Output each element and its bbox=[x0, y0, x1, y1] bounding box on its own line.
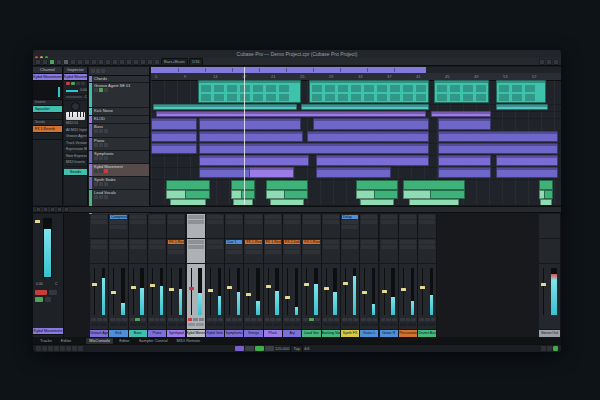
fader-handle[interactable] bbox=[111, 291, 116, 294]
fader-handle[interactable] bbox=[285, 296, 290, 299]
add-track-icon[interactable] bbox=[91, 69, 95, 73]
insert-slot-empty[interactable] bbox=[381, 215, 397, 219]
send-slot[interactable]: FX 2-Delay bbox=[284, 240, 300, 244]
tempo-display[interactable]: 120.000 bbox=[275, 346, 289, 351]
erase-icon[interactable] bbox=[91, 59, 97, 65]
hub-icon[interactable] bbox=[42, 59, 48, 65]
send-slot-empty[interactable] bbox=[130, 240, 146, 244]
m-button[interactable] bbox=[94, 143, 98, 147]
fader-handle[interactable] bbox=[362, 291, 367, 294]
track-buttons[interactable] bbox=[94, 156, 108, 160]
line-tool-icon[interactable] bbox=[133, 59, 139, 65]
undo-icon[interactable] bbox=[49, 59, 55, 65]
tab-editor[interactable]: Editor bbox=[116, 338, 132, 344]
insert-slot-empty[interactable] bbox=[400, 220, 416, 224]
insert-slot-empty[interactable] bbox=[188, 215, 204, 219]
e-button[interactable] bbox=[431, 318, 436, 322]
midi-event[interactable] bbox=[496, 167, 558, 178]
audio-event[interactable] bbox=[409, 199, 459, 205]
track-row[interactable]: Chords bbox=[89, 76, 149, 83]
send-slot-empty[interactable] bbox=[400, 240, 416, 244]
e-button[interactable] bbox=[411, 318, 416, 322]
mute-icon[interactable] bbox=[76, 82, 80, 85]
audio-event[interactable] bbox=[544, 190, 553, 199]
r-button[interactable] bbox=[104, 169, 108, 173]
window-titlebar[interactable]: Cubase Pro — Demo Project.cpr (Cubase Pr… bbox=[33, 50, 561, 58]
audio-event[interactable] bbox=[166, 180, 210, 190]
mixer-channel[interactable]: Backing Vox bbox=[322, 214, 341, 337]
mixer-channel[interactable]: Drums Bus bbox=[418, 214, 437, 337]
insert-slot-empty[interactable] bbox=[168, 215, 184, 219]
s-button[interactable] bbox=[97, 318, 102, 322]
insert-slot-empty[interactable] bbox=[130, 220, 146, 224]
s-button[interactable] bbox=[116, 318, 121, 322]
insert-slot-empty[interactable] bbox=[419, 220, 435, 224]
sends-rack[interactable]: FX 1-Reverb bbox=[302, 239, 320, 264]
mute-solo-buttons[interactable] bbox=[284, 318, 300, 322]
send-slot-empty[interactable] bbox=[91, 240, 107, 244]
track-row[interactable]: KLOD bbox=[89, 116, 149, 124]
send-slot-empty[interactable] bbox=[110, 240, 126, 244]
sends-rack[interactable] bbox=[206, 239, 224, 264]
e-button[interactable] bbox=[257, 318, 262, 322]
audio-event[interactable] bbox=[241, 190, 255, 199]
midi-event[interactable] bbox=[151, 118, 197, 130]
s-button[interactable] bbox=[328, 318, 333, 322]
arrange-area[interactable]: 59131721252933374145495357 bbox=[151, 67, 561, 205]
m-button[interactable] bbox=[110, 318, 115, 322]
fader-section[interactable] bbox=[264, 264, 282, 330]
midi-event[interactable] bbox=[198, 80, 301, 103]
s-button[interactable] bbox=[99, 182, 103, 186]
inserts-rack[interactable] bbox=[264, 214, 282, 239]
audio-event[interactable] bbox=[231, 180, 255, 190]
mute-solo-buttons[interactable] bbox=[91, 318, 107, 322]
snap-type-select[interactable]: Bars+Beats bbox=[161, 58, 188, 66]
midi-event[interactable] bbox=[249, 167, 294, 178]
sends-rack[interactable]: FX 1-Reverb bbox=[167, 239, 185, 264]
e-button[interactable] bbox=[141, 318, 146, 322]
m-button[interactable] bbox=[94, 195, 98, 199]
channel-inserts-slot[interactable]: Squasher bbox=[33, 106, 62, 113]
e-button[interactable] bbox=[103, 318, 108, 322]
mute-solo-buttons[interactable] bbox=[419, 318, 435, 322]
s-button[interactable] bbox=[193, 318, 198, 322]
midi-event[interactable] bbox=[199, 131, 303, 142]
volume-slider[interactable] bbox=[66, 90, 78, 92]
mixer-channel[interactable]: FX 1-ReverbSynthpad bbox=[167, 214, 186, 337]
m-button[interactable] bbox=[94, 169, 98, 173]
inspector-track-buttons[interactable] bbox=[64, 81, 87, 88]
track-buttons[interactable] bbox=[94, 195, 108, 199]
audio-take-cluster[interactable] bbox=[266, 180, 306, 205]
fader-section[interactable] bbox=[380, 264, 398, 330]
m-button[interactable] bbox=[226, 318, 231, 322]
send-slot-empty[interactable] bbox=[419, 245, 435, 249]
midi-event[interactable] bbox=[199, 118, 301, 130]
send-slot-empty[interactable] bbox=[361, 240, 377, 244]
mixer-channel[interactable]: Groove Agent bbox=[90, 214, 109, 337]
r-button[interactable] bbox=[104, 182, 108, 186]
tab-mixconsole[interactable]: MixConsole bbox=[86, 338, 113, 344]
sends-rack[interactable]: Cue 1 bbox=[225, 239, 243, 264]
send-slot-empty[interactable] bbox=[188, 240, 204, 244]
auto-scroll-icon[interactable] bbox=[140, 59, 146, 65]
e-button[interactable] bbox=[238, 318, 243, 322]
play-button[interactable] bbox=[255, 346, 264, 351]
send-slot[interactable]: FX 1-Reverb bbox=[168, 240, 184, 244]
fader-handle[interactable] bbox=[189, 287, 194, 290]
range-select-icon[interactable] bbox=[70, 59, 76, 65]
m-button[interactable] bbox=[361, 318, 366, 322]
fader-handle[interactable] bbox=[541, 283, 546, 286]
s-button[interactable] bbox=[99, 195, 103, 199]
send-slot-empty[interactable] bbox=[245, 245, 261, 249]
midi-event[interactable] bbox=[438, 131, 558, 142]
mute-solo-buttons[interactable] bbox=[207, 318, 223, 322]
insert-slot-empty[interactable] bbox=[361, 220, 377, 224]
fader-handle[interactable] bbox=[131, 286, 136, 289]
mute-solo-buttons[interactable] bbox=[130, 318, 146, 322]
send-slot[interactable]: FX 1-Reverb bbox=[245, 240, 261, 244]
m-button[interactable] bbox=[265, 318, 270, 322]
inserts-rack[interactable] bbox=[360, 214, 378, 239]
sends-rack[interactable] bbox=[399, 239, 417, 264]
send-slot-empty[interactable] bbox=[207, 240, 223, 244]
send-slot-empty[interactable] bbox=[323, 245, 339, 249]
